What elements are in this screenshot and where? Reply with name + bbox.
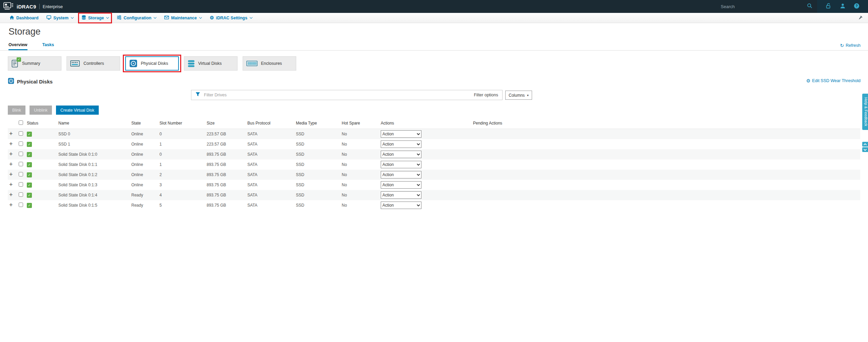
search-bar: [715, 0, 817, 13]
disk-state: Online: [131, 183, 143, 187]
disk-name: Solid State Disk 0:1:5: [58, 203, 97, 208]
card-label: Controllers: [83, 61, 104, 66]
disk-media-type: SSD: [296, 152, 304, 157]
select-all-checkbox[interactable]: [19, 120, 23, 125]
col-header-name: Name: [57, 118, 130, 129]
card-physical-disks[interactable]: Physical Disks: [125, 56, 179, 71]
expand-row-icon[interactable]: +: [9, 131, 13, 136]
disk-size: 893.75 GB: [207, 203, 226, 208]
chevron-down-icon: [863, 149, 867, 151]
tab-tasks[interactable]: Tasks: [42, 42, 54, 50]
col-header-pending-actions: Pending Actions: [472, 118, 860, 129]
tab-overview[interactable]: Overview: [8, 42, 27, 50]
disk-name: Solid State Disk 0:1:0: [58, 152, 97, 157]
nav-item-system[interactable]: System: [46, 15, 73, 21]
columns-dropdown[interactable]: Columns ▾: [505, 91, 532, 100]
card-enclosures[interactable]: Enclosures: [243, 56, 296, 71]
row-checkbox[interactable]: [19, 162, 23, 166]
question-icon: ?: [854, 3, 860, 10]
row-action-select[interactable]: Action: [381, 191, 421, 199]
refresh-button[interactable]: ↻ Refresh: [840, 43, 861, 48]
brand-title: iDRAC9: [17, 4, 36, 10]
disk-toolbar: Blink Unblink Create Virtual Disk: [8, 106, 868, 115]
disk-size: 893.75 GB: [207, 162, 226, 167]
columns-label: Columns: [509, 93, 525, 98]
disk-name: SSD 0: [58, 132, 70, 136]
disk-state: Ready: [131, 203, 143, 208]
expand-row-icon[interactable]: +: [9, 152, 13, 156]
filter-box: Filter options: [191, 90, 503, 100]
status-ok-icon: ✓: [27, 142, 32, 147]
nav-item-dashboard[interactable]: Dashboard: [10, 15, 38, 21]
status-ok-badge: ✓: [17, 57, 21, 62]
chevron-down-icon: [250, 16, 252, 19]
card-summary[interactable]: ✓ Summary: [8, 56, 61, 71]
table-header-row: Status Name State Slot Number Size Bus P…: [8, 118, 860, 129]
edit-ssd-wear-threshold-link[interactable]: ⚙ Edit SSD Wear Threshold: [806, 78, 861, 83]
status-ok-icon: ✓: [27, 193, 32, 198]
filter-options-link[interactable]: Filter options: [474, 93, 498, 97]
card-label: Virtual Disks: [198, 61, 222, 66]
status-ok-icon: ✓: [27, 203, 32, 208]
home-icon: [10, 15, 14, 21]
disk-state: Online: [131, 132, 143, 136]
row-checkbox[interactable]: [19, 131, 23, 136]
maintenance-icon: [164, 16, 169, 20]
scroll-up-button[interactable]: [862, 142, 868, 147]
expand-row-icon[interactable]: +: [9, 162, 13, 167]
row-action-select[interactable]: Action: [381, 130, 421, 138]
row-action-select[interactable]: Action: [381, 171, 421, 178]
nav-item-configuration[interactable]: Configuration: [117, 15, 156, 21]
filter-funnel-icon: [195, 92, 200, 98]
row-checkbox[interactable]: [19, 152, 23, 156]
help-button[interactable]: ?: [854, 3, 860, 10]
nav-label: Storage: [88, 16, 104, 20]
search-icon[interactable]: [807, 3, 812, 10]
card-controllers[interactable]: Controllers: [67, 56, 120, 71]
help-feedback-tab[interactable]: Help & Feedback: [862, 94, 868, 130]
row-checkbox[interactable]: [19, 203, 23, 207]
nav-item-storage[interactable]: Storage: [81, 15, 109, 21]
search-input[interactable]: [720, 4, 807, 10]
row-action-select[interactable]: Action: [381, 202, 421, 209]
storage-category-cards: ✓ Summary Controllers Physical Disks: [8, 56, 868, 71]
row-checkbox[interactable]: [19, 172, 23, 176]
chevron-up-icon: [863, 143, 867, 146]
disk-name: Solid State Disk 0:1:1: [58, 162, 97, 167]
nav-item-maintenance[interactable]: Maintenance: [164, 16, 202, 20]
lock-button[interactable]: [826, 3, 831, 10]
expand-row-icon[interactable]: +: [9, 172, 13, 177]
filter-drives-input[interactable]: [203, 92, 471, 98]
expand-row-icon[interactable]: +: [9, 192, 13, 197]
row-checkbox[interactable]: [19, 192, 23, 197]
refresh-label: Refresh: [846, 43, 861, 48]
pin-button[interactable]: [858, 16, 863, 22]
card-virtual-disks[interactable]: Virtual Disks: [184, 56, 238, 71]
expand-row-icon[interactable]: +: [9, 203, 13, 207]
row-checkbox[interactable]: [19, 182, 23, 187]
edit-link-label: Edit SSD Wear Threshold: [812, 78, 861, 83]
lock-open-icon: [826, 3, 831, 10]
row-action-select[interactable]: Action: [381, 140, 421, 148]
table-row: + ✓ Solid State Disk 0:1:3 Online 3 893.…: [8, 180, 860, 190]
disk-name: Solid State Disk 0:1:4: [58, 193, 97, 197]
disk-bus-protocol: SATA: [247, 132, 258, 136]
scroll-down-button[interactable]: [862, 147, 868, 152]
chevron-down-icon: [71, 16, 74, 19]
create-virtual-disk-button[interactable]: Create Virtual Disk: [56, 106, 99, 115]
expand-row-icon[interactable]: +: [9, 141, 13, 146]
row-checkbox[interactable]: [19, 141, 23, 146]
blink-button[interactable]: Blink: [8, 106, 25, 115]
topbar-icon-group: ?: [817, 0, 868, 13]
unblink-button[interactable]: Unblink: [30, 106, 52, 115]
user-button[interactable]: [840, 3, 846, 10]
brand-separator: [39, 4, 40, 9]
row-action-select[interactable]: Action: [381, 151, 421, 158]
nav-item-idrac-settings[interactable]: ⚙ iDRAC Settings: [210, 16, 252, 20]
row-action-select[interactable]: Action: [381, 181, 421, 189]
disk-bus-protocol: SATA: [247, 193, 258, 197]
expand-row-icon[interactable]: +: [9, 182, 13, 187]
row-action-select[interactable]: Action: [381, 161, 421, 168]
disk-slot-number: 1: [159, 142, 162, 147]
disk-media-type: SSD: [296, 162, 304, 167]
